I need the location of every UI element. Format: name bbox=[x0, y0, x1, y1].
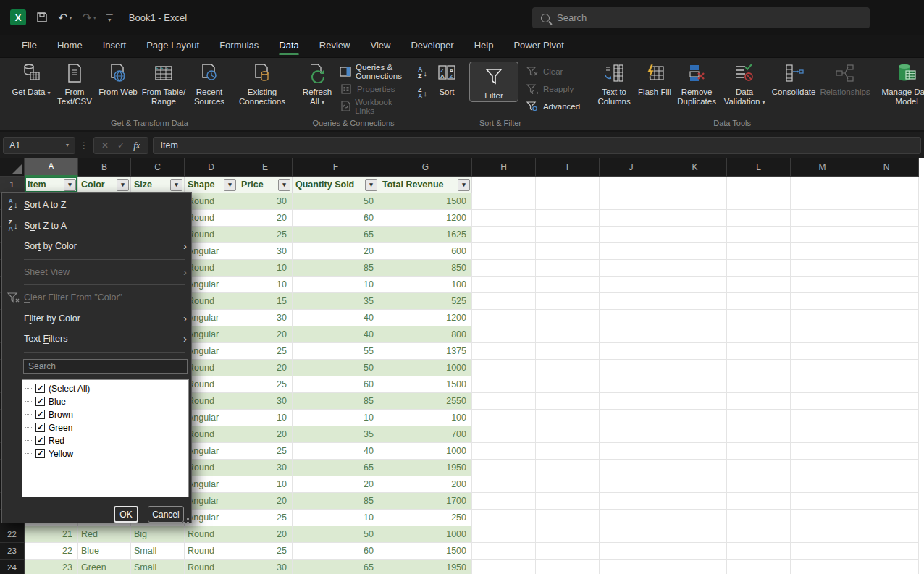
empty-cell[interactable] bbox=[791, 210, 854, 227]
checkbox-checked-icon[interactable]: ✓ bbox=[35, 436, 45, 445]
insert-function-icon[interactable]: fx bbox=[133, 140, 140, 151]
filter-value-item[interactable]: ✓Brown bbox=[24, 408, 188, 421]
empty-cell[interactable] bbox=[472, 543, 536, 560]
table-cell[interactable]: 1000 bbox=[379, 443, 472, 460]
table-cell[interactable]: Angular bbox=[185, 493, 238, 510]
queries-connections-button[interactable]: Queries & Connections bbox=[337, 64, 408, 79]
empty-cell[interactable] bbox=[536, 410, 600, 426]
empty-cell[interactable] bbox=[472, 177, 536, 193]
table-cell[interactable]: 60 bbox=[293, 210, 379, 227]
empty-cell[interactable] bbox=[663, 543, 727, 560]
manage-data-model-button[interactable]: Manage Data Model bbox=[881, 61, 924, 106]
empty-cell[interactable] bbox=[663, 410, 727, 426]
table-cell[interactable]: 525 bbox=[379, 293, 472, 310]
autofilter-dropdown-button[interactable]: ▾ bbox=[458, 179, 470, 191]
autofilter-dropdown-button[interactable]: ▾ bbox=[365, 179, 377, 191]
column-header-d[interactable]: D bbox=[185, 158, 238, 177]
excel-logo-icon[interactable]: X bbox=[10, 9, 26, 25]
empty-cell[interactable] bbox=[791, 343, 854, 360]
table-cell[interactable]: 30 bbox=[238, 310, 293, 326]
table-cell[interactable]: Angular bbox=[185, 243, 238, 260]
table-header-cell[interactable]: Color▾ bbox=[78, 177, 131, 193]
table-cell[interactable]: 10 bbox=[238, 410, 293, 426]
empty-cell[interactable] bbox=[854, 560, 919, 574]
existing-connections-button[interactable]: Existing Connections bbox=[235, 61, 289, 106]
table-cell[interactable]: Round bbox=[185, 560, 238, 574]
table-cell[interactable]: Big bbox=[131, 526, 185, 543]
empty-cell[interactable] bbox=[791, 360, 854, 376]
empty-cell[interactable] bbox=[663, 393, 727, 410]
tab-page-layout[interactable]: Page Layout bbox=[138, 35, 208, 56]
table-cell[interactable]: 25 bbox=[238, 543, 293, 560]
empty-cell[interactable] bbox=[536, 560, 600, 574]
empty-cell[interactable] bbox=[472, 210, 536, 227]
empty-cell[interactable] bbox=[727, 277, 791, 293]
table-cell[interactable]: 85 bbox=[293, 493, 379, 510]
search-box[interactable] bbox=[532, 7, 870, 28]
empty-cell[interactable] bbox=[663, 310, 727, 326]
table-cell[interactable]: 50 bbox=[293, 360, 379, 376]
empty-cell[interactable] bbox=[854, 260, 919, 277]
table-cell[interactable]: 85 bbox=[293, 260, 379, 277]
empty-cell[interactable] bbox=[536, 376, 600, 393]
tab-formulas[interactable]: Formulas bbox=[211, 35, 267, 56]
table-cell[interactable]: 10 bbox=[293, 510, 379, 526]
autofilter-dropdown-button[interactable]: ▾ bbox=[117, 179, 129, 191]
table-cell[interactable]: 100 bbox=[379, 277, 472, 293]
empty-cell[interactable] bbox=[536, 260, 600, 277]
table-cell[interactable]: 1375 bbox=[379, 343, 472, 360]
sort-ascending-button[interactable]: AZ↓ bbox=[418, 67, 427, 80]
table-cell[interactable]: Round bbox=[185, 376, 238, 393]
empty-cell[interactable] bbox=[472, 193, 536, 210]
empty-cell[interactable] bbox=[600, 360, 663, 376]
empty-cell[interactable] bbox=[536, 210, 600, 227]
filter-value-item[interactable]: ✓Red bbox=[24, 434, 188, 447]
table-cell[interactable]: Round bbox=[185, 393, 238, 410]
filter-value-item[interactable]: ✓Yellow bbox=[24, 447, 188, 460]
empty-cell[interactable] bbox=[727, 210, 791, 227]
empty-cell[interactable] bbox=[791, 476, 854, 493]
empty-cell[interactable] bbox=[727, 177, 791, 193]
table-cell[interactable]: Round bbox=[185, 543, 238, 560]
column-header-l[interactable]: L bbox=[727, 158, 791, 177]
menu-text-filters[interactable]: Text Filters › bbox=[2, 329, 191, 350]
tab-file[interactable]: File bbox=[13, 35, 46, 56]
column-header-f[interactable]: F bbox=[293, 158, 379, 177]
table-cell[interactable]: 25 bbox=[238, 376, 293, 393]
tab-home[interactable]: Home bbox=[49, 35, 91, 56]
empty-cell[interactable] bbox=[536, 543, 600, 560]
empty-cell[interactable] bbox=[600, 227, 663, 243]
empty-cell[interactable] bbox=[472, 260, 536, 277]
table-header-cell[interactable]: Item▾ bbox=[25, 177, 78, 193]
empty-cell[interactable] bbox=[536, 443, 600, 460]
table-cell[interactable]: 20 bbox=[238, 526, 293, 543]
empty-cell[interactable] bbox=[472, 526, 536, 543]
empty-cell[interactable] bbox=[854, 460, 919, 476]
empty-cell[interactable] bbox=[791, 410, 854, 426]
empty-cell[interactable] bbox=[791, 260, 854, 277]
refresh-all-button[interactable]: Refresh All ▾ bbox=[299, 61, 335, 107]
table-cell[interactable]: 850 bbox=[379, 260, 472, 277]
table-cell[interactable]: Round bbox=[185, 460, 238, 476]
empty-cell[interactable] bbox=[791, 510, 854, 526]
column-header-j[interactable]: J bbox=[600, 158, 663, 177]
empty-cell[interactable] bbox=[791, 193, 854, 210]
table-cell[interactable]: 10 bbox=[238, 277, 293, 293]
resize-grip-icon[interactable] bbox=[187, 518, 189, 520]
column-header-h[interactable]: H bbox=[472, 158, 536, 177]
empty-cell[interactable] bbox=[663, 560, 727, 574]
table-cell[interactable]: 65 bbox=[293, 227, 379, 243]
table-cell[interactable]: 30 bbox=[238, 560, 293, 574]
row-header-1[interactable]: 1 bbox=[0, 177, 25, 193]
empty-cell[interactable] bbox=[854, 193, 919, 210]
table-cell[interactable]: 65 bbox=[293, 560, 379, 574]
select-all-corner[interactable] bbox=[0, 158, 25, 177]
row-header-24[interactable]: 24 bbox=[0, 560, 25, 574]
empty-cell[interactable] bbox=[791, 493, 854, 510]
empty-cell[interactable] bbox=[536, 360, 600, 376]
tab-review[interactable]: Review bbox=[311, 35, 359, 56]
empty-cell[interactable] bbox=[854, 210, 919, 227]
autofilter-dropdown-button[interactable]: ▾ bbox=[64, 179, 76, 191]
checkbox-checked-icon[interactable]: ✓ bbox=[35, 410, 45, 419]
empty-cell[interactable] bbox=[472, 410, 536, 426]
